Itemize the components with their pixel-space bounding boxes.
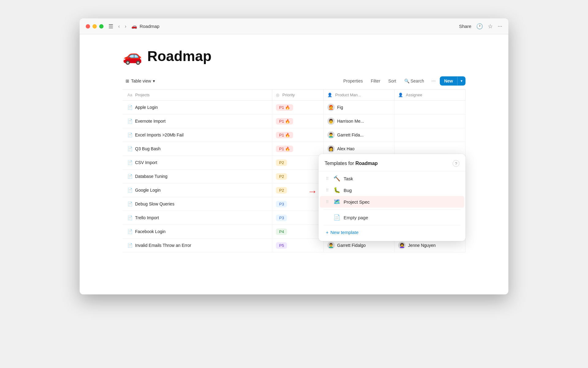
bug-template-label: Bug [344, 188, 450, 193]
forward-button[interactable]: › [123, 23, 127, 30]
row-page-icon: 📄 [127, 160, 133, 165]
search-label: Search [411, 79, 424, 83]
filter-button[interactable]: Filter [368, 77, 383, 85]
pm-cell: 👨‍🦱Garrett Fida... [327, 131, 391, 139]
maximize-button[interactable] [99, 24, 104, 29]
th-projects-label: Projects [135, 93, 150, 97]
templates-divider [323, 209, 461, 210]
pm-name: Garrett Fidalgo [337, 243, 366, 248]
template-item-task[interactable]: ⠿ 🔨 Task ··· [320, 173, 464, 184]
th-assignee-icon: 👤 [398, 93, 403, 97]
new-button-group: New ▾ [440, 76, 466, 86]
row-page-icon: 📄 [127, 105, 133, 110]
priority-badge: P1 🔥 [276, 118, 293, 125]
templates-dropdown: Templates for Roadmap ? ⠿ 🔨 Task ··· ⠿ 🐛… [318, 154, 466, 241]
priority-badge: P3 [276, 215, 287, 221]
new-main-button[interactable]: New [440, 76, 457, 86]
cell-priority: P3 [272, 211, 323, 225]
row-page-icon: 📄 [127, 229, 133, 234]
new-template-plus-icon: + [326, 230, 329, 235]
cell-priority: P1 🔥 [272, 128, 323, 142]
cell-assignee [394, 142, 466, 156]
cell-project-name: 📄Database Tuning [123, 170, 272, 183]
row-page-icon: 📄 [127, 174, 133, 179]
page-heading: 🚗 Roadmap [123, 47, 466, 65]
th-pm-icon: 👤 [327, 93, 332, 97]
cell-project-name: 📄Excel Imports >20Mb Fail [123, 128, 272, 142]
back-button[interactable]: ‹ [117, 23, 121, 30]
row-page-icon: 📄 [127, 132, 133, 137]
templates-title: Templates for Roadmap [325, 161, 378, 166]
row-page-icon: 📄 [127, 243, 133, 248]
cell-priority: P2 [272, 170, 323, 183]
cell-project-name: 📄CSV Import [123, 156, 272, 170]
th-assignee: 👤 Assignee [394, 90, 466, 101]
table-row[interactable]: 📄Evernote ImportP1 🔥👨Harrison Me... [123, 114, 466, 128]
cell-priority: P1 🔥 [272, 142, 323, 156]
priority-badge: P5 [276, 242, 287, 249]
hamburger-menu-button[interactable]: ☰ [108, 23, 113, 30]
minimize-button[interactable] [92, 24, 97, 29]
view-chevron-icon: ▾ [153, 79, 155, 83]
cell-priority: P1 🔥 [272, 101, 323, 114]
more-options-button[interactable]: ··· [498, 23, 502, 29]
assignee-name: Jenne Nguyen [408, 243, 435, 248]
cell-assignee [394, 101, 466, 114]
empty-page-item[interactable]: 📄 Empty page [320, 212, 464, 223]
table-view-icon: ⊞ [126, 79, 129, 83]
cell-project-name: 📄Google Login [123, 183, 272, 197]
templates-divider-2 [323, 225, 461, 225]
project-name-text: Trello Import [135, 215, 159, 220]
cell-project-name: 📄Trello Import [123, 211, 272, 225]
table-row[interactable]: 📄Apple LoginP1 🔥🧑‍🦰Fig [123, 101, 466, 114]
favorite-button[interactable]: ☆ [488, 23, 493, 30]
table-row[interactable]: 📄Excel Imports >20Mb FailP1 🔥👨‍🦱Garrett … [123, 128, 466, 142]
project-name-text: Apple Login [135, 105, 158, 110]
cell-project-name: 📄Invalid Emails Throw an Error [123, 239, 272, 252]
pm-name: Garrett Fida... [337, 132, 364, 137]
cell-project-name: 📄Apple Login [123, 101, 272, 114]
pm-avatar: 👩 [327, 145, 335, 152]
new-template-button[interactable]: + New template [320, 227, 467, 237]
th-pm: 👤 Product Man... [323, 90, 394, 101]
search-button[interactable]: 🔍 Search [401, 77, 427, 85]
cell-priority: P1 🔥 [272, 114, 323, 128]
history-button[interactable]: 🕐 [476, 23, 483, 30]
pm-name: Fig [337, 105, 343, 110]
cell-pm: 🧑‍🦰Fig [323, 101, 394, 114]
priority-badge: P3 [276, 201, 287, 207]
pm-cell: 🧑‍🦰Fig [327, 104, 391, 111]
nav-buttons: ‹ › [117, 23, 128, 30]
cell-assignee [394, 128, 466, 142]
th-pm-label: Product Man... [335, 93, 361, 97]
pm-avatar: 👨‍🦱 [327, 131, 335, 139]
cell-priority: P2 [272, 156, 323, 170]
new-template-label: New template [330, 230, 359, 235]
templates-help-button[interactable]: ? [453, 160, 459, 167]
titlebar: ☰ ‹ › 🚗 Roadmap Share 🕐 ☆ ··· [80, 18, 508, 34]
empty-page-icon: 📄 [333, 214, 341, 221]
page-title-label: Roadmap [140, 24, 160, 29]
template-item-bug[interactable]: ⠿ 🐛 Bug ··· [320, 184, 464, 196]
close-button[interactable] [86, 24, 90, 29]
row-page-icon: 📄 [127, 201, 133, 206]
pm-avatar: 🧑‍🦰 [327, 104, 335, 111]
sort-button[interactable]: Sort [385, 77, 399, 85]
toolbar-right: Properties Filter Sort 🔍 Search ··· New … [340, 76, 466, 86]
share-button[interactable]: Share [459, 24, 471, 29]
heading-emoji: 🚗 [123, 47, 142, 65]
templates-header: Templates for Roadmap ? [318, 159, 466, 171]
table-view-button[interactable]: ⊞ Table view ▾ [123, 77, 158, 85]
priority-badge: P1 🔥 [276, 146, 293, 152]
row-page-icon: 📄 [127, 146, 133, 151]
page-emoji: 🚗 [131, 24, 137, 29]
template-item-project-spec[interactable]: ⠿ 🗺️ Project Spec ··· [320, 196, 464, 208]
toolbar-more-button[interactable]: ··· [429, 77, 438, 85]
row-page-icon: 📄 [127, 215, 133, 220]
project-name-text: Evernote Import [135, 119, 166, 124]
new-dropdown-button[interactable]: ▾ [457, 77, 466, 85]
properties-button[interactable]: Properties [340, 77, 366, 85]
table-row[interactable]: 📄Q3 Bug BashP1 🔥👩Alex Hao [123, 142, 466, 156]
th-priority-label: Priority [282, 93, 295, 97]
th-projects-icon: Aa [127, 93, 132, 97]
